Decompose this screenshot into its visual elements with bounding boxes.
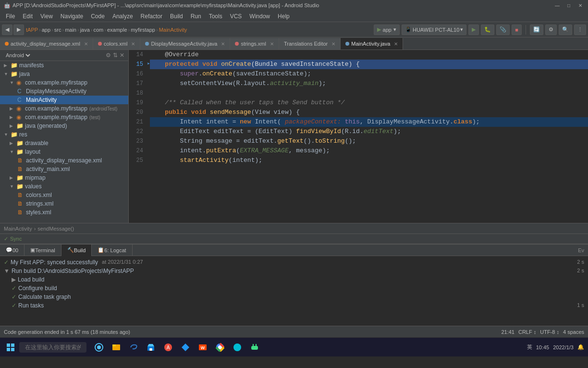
- breadcrumb-mainactivity[interactable]: MainActivity: [4, 226, 32, 232]
- tree-settings-icon[interactable]: ⚙: [106, 52, 111, 59]
- tree-package-androidtest[interactable]: ▶ ◉ com.example.myfirstapp (androidTest): [0, 104, 128, 113]
- attach-btn[interactable]: 📎: [496, 25, 510, 35]
- tab-terminal[interactable]: ▣ Terminal: [24, 245, 61, 256]
- menu-build[interactable]: Build: [166, 12, 187, 21]
- tree-manifests[interactable]: ▶ 📁 manifests: [0, 61, 128, 70]
- menu-edit[interactable]: Edit: [19, 12, 37, 21]
- expand-icon[interactable]: ▼: [4, 268, 10, 274]
- taskbar-chrome-icon[interactable]: [213, 341, 227, 354]
- taskbar-vpn-icon[interactable]: [179, 341, 192, 354]
- menu-help[interactable]: Help: [274, 12, 294, 21]
- tab-activity-display[interactable]: activity_display_message.xml ✕: [0, 38, 93, 49]
- minimize-button[interactable]: —: [553, 1, 561, 9]
- expand-icon[interactable]: ▶: [12, 276, 16, 283]
- tree-activity-display-xml[interactable]: 🗎 activity_display_message.xml: [0, 156, 128, 165]
- bc-app[interactable]: app: [42, 27, 50, 33]
- status-charset[interactable]: UTF-8 ↕: [540, 329, 559, 335]
- taskbar-app3-icon[interactable]: A: [161, 341, 175, 354]
- tree-res[interactable]: ▼ 📁 res: [0, 130, 128, 139]
- stop-btn[interactable]: ■: [512, 25, 522, 35]
- breadcrumb-sendmessage[interactable]: sendMessage(): [37, 226, 74, 232]
- menu-code[interactable]: Code: [87, 12, 109, 21]
- tab-strings[interactable]: strings.xml ✕: [230, 38, 279, 49]
- tab-close[interactable]: ✕: [84, 41, 88, 47]
- tree-mipmap[interactable]: ▶ 📁 mipmap: [0, 173, 128, 182]
- close-button[interactable]: ✕: [576, 1, 584, 9]
- bc-main[interactable]: main: [65, 27, 76, 33]
- tree-close-icon[interactable]: ✕: [120, 52, 124, 59]
- bc-com[interactable]: com: [94, 27, 104, 33]
- menu-file[interactable]: File: [2, 12, 19, 21]
- tab-display-activity[interactable]: DisplayMessageActivity.java ✕: [140, 38, 230, 49]
- more-btn[interactable]: ⋮: [574, 25, 586, 35]
- toolbar-btn-2[interactable]: ▶: [13, 25, 24, 35]
- maximize-button[interactable]: □: [565, 1, 573, 9]
- code-content[interactable]: @Override protected void onCreate(Bundle…: [146, 50, 588, 223]
- tree-java[interactable]: ▼ 📁 java: [0, 70, 128, 78]
- tab-close[interactable]: ✕: [131, 41, 135, 47]
- tree-values[interactable]: ▼ 📁 values: [0, 182, 128, 191]
- bc-src[interactable]: src: [54, 27, 61, 33]
- taskbar-notification[interactable]: 🔔: [577, 344, 584, 350]
- bc-mainactivity[interactable]: MainActivity: [159, 27, 187, 33]
- tab-messages[interactable]: 💬 00: [0, 245, 24, 256]
- windows-start-btn[interactable]: [4, 341, 17, 354]
- tab-colors[interactable]: colors.xml ✕: [93, 38, 141, 49]
- bc-myfirstapp[interactable]: myfirstapp: [131, 27, 155, 33]
- tab-close[interactable]: ✕: [331, 41, 335, 47]
- menu-refactor[interactable]: Refactor: [137, 12, 166, 21]
- menu-tools[interactable]: Tools: [205, 12, 226, 21]
- toolbar-btn-1[interactable]: ◀: [2, 25, 12, 35]
- menu-window[interactable]: Window: [245, 12, 274, 21]
- window-controls[interactable]: — □ ✕: [553, 1, 584, 9]
- tree-colors-xml[interactable]: 🗎 colors.xml: [0, 191, 128, 199]
- run-btn[interactable]: ▶: [468, 25, 479, 35]
- tab-build[interactable]: 🔨 Build: [61, 245, 92, 256]
- code-editor[interactable]: 14 15 16 17 18 19 20 21 22 23 24 25 @Ove…: [129, 50, 588, 223]
- menu-view[interactable]: View: [37, 12, 57, 21]
- taskbar-search-input[interactable]: [19, 342, 86, 353]
- tab-close[interactable]: ✕: [394, 41, 398, 47]
- tree-package-main[interactable]: ▼ ◉ com.example.myfirstapp: [0, 78, 128, 87]
- taskbar-wps-icon[interactable]: W: [196, 341, 209, 354]
- bc-example[interactable]: example: [107, 27, 127, 33]
- tree-displaymessage[interactable]: C DisplayMessageActivity: [0, 87, 128, 96]
- tree-styles-xml[interactable]: 🗎 styles.xml: [0, 208, 128, 217]
- tab-close[interactable]: ✕: [270, 41, 274, 47]
- taskbar-ime[interactable]: 英: [527, 343, 532, 351]
- sync-btn[interactable]: 🔄: [530, 25, 543, 35]
- run-config-btn[interactable]: ▶ app ▾: [374, 25, 400, 35]
- tree-expand-icon[interactable]: ⇅: [113, 52, 118, 59]
- tree-strings-xml[interactable]: 🗎 strings.xml: [0, 199, 128, 208]
- tab-close[interactable]: ✕: [221, 41, 225, 47]
- tab-translations[interactable]: Translations Editor ✕: [279, 38, 341, 49]
- tree-drawable[interactable]: ▶ 📁 drawable: [0, 139, 128, 147]
- bc-tapp[interactable]: tAPP: [26, 27, 38, 33]
- debug-btn[interactable]: 🐛: [481, 25, 494, 35]
- taskbar-explorer-icon[interactable]: [110, 341, 123, 354]
- event-log-btn[interactable]: Ev: [578, 247, 588, 253]
- tree-activity-main-xml[interactable]: 🗎 activity_main.xml: [0, 165, 128, 173]
- taskbar-edge-icon[interactable]: [127, 341, 140, 354]
- tree-view-selector[interactable]: Android: [4, 52, 32, 59]
- menu-analyze[interactable]: Analyze: [109, 12, 137, 21]
- tree-mainactivity[interactable]: C MainActivity: [0, 96, 128, 104]
- tree-java-generated[interactable]: ▶ 📁 java (generated): [0, 122, 128, 130]
- status-crlf[interactable]: CRLF ↕: [518, 329, 536, 335]
- tab-logcat[interactable]: 📋 6: Logcat: [92, 245, 132, 256]
- taskbar-cortana-icon[interactable]: [92, 341, 106, 354]
- taskbar-android-icon[interactable]: [248, 341, 261, 354]
- search-btn[interactable]: 🔍: [559, 25, 572, 35]
- tree-package-test[interactable]: ▶ ◉ com.example.myfirstapp (test): [0, 113, 128, 122]
- settings-btn[interactable]: ⚙: [545, 25, 557, 35]
- taskbar-store-icon[interactable]: [144, 341, 158, 354]
- status-indent[interactable]: 4 spaces: [563, 329, 584, 335]
- device-btn[interactable]: 📱 HUAWEI PCT-AL10 ▾: [402, 25, 466, 35]
- menu-run[interactable]: Run: [187, 12, 205, 21]
- taskbar-app8-icon[interactable]: [231, 341, 244, 354]
- menu-navigate[interactable]: Navigate: [57, 12, 87, 21]
- menu-vcs[interactable]: VCS: [226, 12, 246, 21]
- bc-java[interactable]: java: [80, 27, 90, 33]
- tree-layout[interactable]: ▼ 📁 layout: [0, 147, 128, 156]
- tab-mainactivity[interactable]: MainActivity.java ✕: [341, 38, 403, 49]
